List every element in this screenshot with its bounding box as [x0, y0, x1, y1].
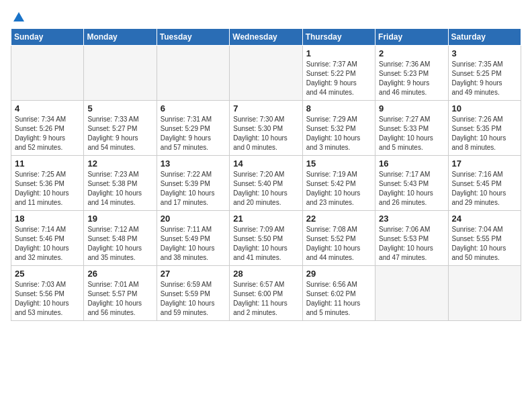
calendar-cell: 14Sunrise: 7:20 AM Sunset: 5:40 PM Dayli…	[230, 156, 302, 211]
calendar-cell: 17Sunrise: 7:16 AM Sunset: 5:45 PM Dayli…	[448, 156, 521, 211]
calendar-cell: 23Sunrise: 7:06 AM Sunset: 5:53 PM Dayli…	[375, 211, 448, 266]
day-number: 17	[452, 158, 517, 169]
header-saturday: Saturday	[448, 29, 521, 46]
day-content: Sunrise: 7:16 AM Sunset: 5:45 PM Dayligh…	[452, 170, 517, 208]
day-content: Sunrise: 7:22 AM Sunset: 5:39 PM Dayligh…	[161, 170, 226, 208]
day-number: 7	[233, 103, 298, 113]
svg-marker-0	[13, 12, 24, 21]
calendar-cell: 2Sunrise: 7:36 AM Sunset: 5:23 PM Daylig…	[375, 46, 448, 101]
calendar-header-row: SundayMondayTuesdayWednesdayThursdayFrid…	[11, 29, 521, 46]
day-number: 29	[306, 269, 371, 279]
day-content: Sunrise: 7:08 AM Sunset: 5:52 PM Dayligh…	[306, 225, 371, 263]
day-number: 14	[233, 158, 298, 169]
logo-icon	[12, 11, 26, 24]
header-monday: Monday	[84, 29, 157, 46]
calendar-cell: 5Sunrise: 7:33 AM Sunset: 5:27 PM Daylig…	[84, 101, 157, 156]
header-friday: Friday	[375, 29, 448, 46]
calendar-cell: 7Sunrise: 7:30 AM Sunset: 5:30 PM Daylig…	[230, 101, 302, 156]
day-number: 6	[161, 103, 226, 113]
calendar-cell: 24Sunrise: 7:04 AM Sunset: 5:55 PM Dayli…	[448, 211, 521, 266]
logo	[11, 11, 26, 20]
header-sunday: Sunday	[11, 29, 84, 46]
calendar-week-2: 4Sunrise: 7:34 AM Sunset: 5:26 PM Daylig…	[11, 101, 521, 156]
day-number: 24	[452, 214, 517, 224]
calendar-cell: 11Sunrise: 7:25 AM Sunset: 5:36 PM Dayli…	[11, 156, 84, 211]
calendar-cell: 28Sunrise: 6:57 AM Sunset: 6:00 PM Dayli…	[230, 266, 302, 321]
day-content: Sunrise: 7:34 AM Sunset: 5:26 PM Dayligh…	[15, 115, 80, 152]
calendar-cell	[375, 266, 448, 321]
day-content: Sunrise: 6:57 AM Sunset: 6:00 PM Dayligh…	[233, 280, 298, 318]
day-content: Sunrise: 7:30 AM Sunset: 5:30 PM Dayligh…	[233, 115, 298, 152]
day-content: Sunrise: 7:35 AM Sunset: 5:25 PM Dayligh…	[452, 60, 517, 97]
calendar-cell: 27Sunrise: 6:59 AM Sunset: 5:59 PM Dayli…	[157, 266, 229, 321]
day-number: 1	[306, 48, 371, 58]
day-content: Sunrise: 6:59 AM Sunset: 5:59 PM Dayligh…	[161, 280, 226, 318]
header-tuesday: Tuesday	[157, 29, 229, 46]
day-number: 4	[15, 103, 80, 113]
calendar-week-5: 25Sunrise: 7:03 AM Sunset: 5:56 PM Dayli…	[11, 266, 521, 321]
day-content: Sunrise: 7:31 AM Sunset: 5:29 PM Dayligh…	[161, 115, 226, 152]
calendar-cell: 9Sunrise: 7:27 AM Sunset: 5:33 PM Daylig…	[375, 101, 448, 156]
day-content: Sunrise: 7:26 AM Sunset: 5:35 PM Dayligh…	[452, 115, 517, 152]
calendar-cell: 6Sunrise: 7:31 AM Sunset: 5:29 PM Daylig…	[157, 101, 229, 156]
calendar-cell: 21Sunrise: 7:09 AM Sunset: 5:50 PM Dayli…	[230, 211, 302, 266]
day-number: 10	[452, 103, 517, 113]
calendar-cell: 1Sunrise: 7:37 AM Sunset: 5:22 PM Daylig…	[302, 46, 375, 101]
calendar-cell: 15Sunrise: 7:19 AM Sunset: 5:42 PM Dayli…	[302, 156, 375, 211]
day-number: 3	[452, 48, 517, 58]
calendar-cell	[11, 46, 84, 101]
day-content: Sunrise: 7:04 AM Sunset: 5:55 PM Dayligh…	[452, 225, 517, 263]
calendar-cell: 19Sunrise: 7:12 AM Sunset: 5:48 PM Dayli…	[84, 211, 157, 266]
calendar-week-1: 1Sunrise: 7:37 AM Sunset: 5:22 PM Daylig…	[11, 46, 521, 101]
day-content: Sunrise: 7:12 AM Sunset: 5:48 PM Dayligh…	[87, 225, 152, 263]
calendar-cell: 16Sunrise: 7:17 AM Sunset: 5:43 PM Dayli…	[375, 156, 448, 211]
day-number: 19	[87, 214, 152, 224]
calendar-cell: 29Sunrise: 6:56 AM Sunset: 6:02 PM Dayli…	[302, 266, 375, 321]
calendar-cell	[157, 46, 229, 101]
calendar-cell	[84, 46, 157, 101]
day-number: 15	[306, 158, 371, 169]
day-number: 23	[379, 214, 444, 224]
calendar-cell: 26Sunrise: 7:01 AM Sunset: 5:57 PM Dayli…	[84, 266, 157, 321]
day-content: Sunrise: 7:37 AM Sunset: 5:22 PM Dayligh…	[306, 60, 371, 97]
day-number: 22	[306, 214, 371, 224]
header-thursday: Thursday	[302, 29, 375, 46]
day-number: 21	[233, 214, 298, 224]
calendar-cell: 4Sunrise: 7:34 AM Sunset: 5:26 PM Daylig…	[11, 101, 84, 156]
calendar-cell	[230, 46, 302, 101]
day-number: 25	[15, 269, 80, 279]
day-content: Sunrise: 7:01 AM Sunset: 5:57 PM Dayligh…	[87, 280, 152, 318]
calendar-table: SundayMondayTuesdayWednesdayThursdayFrid…	[11, 28, 521, 321]
day-number: 2	[379, 48, 444, 58]
calendar-cell: 20Sunrise: 7:11 AM Sunset: 5:49 PM Dayli…	[157, 211, 229, 266]
calendar-week-3: 11Sunrise: 7:25 AM Sunset: 5:36 PM Dayli…	[11, 156, 521, 211]
day-number: 27	[161, 269, 226, 279]
calendar-cell: 12Sunrise: 7:23 AM Sunset: 5:38 PM Dayli…	[84, 156, 157, 211]
calendar-cell: 22Sunrise: 7:08 AM Sunset: 5:52 PM Dayli…	[302, 211, 375, 266]
calendar-cell: 3Sunrise: 7:35 AM Sunset: 5:25 PM Daylig…	[448, 46, 521, 101]
calendar-cell	[448, 266, 521, 321]
page-header	[11, 11, 521, 20]
day-content: Sunrise: 7:11 AM Sunset: 5:49 PM Dayligh…	[161, 225, 226, 263]
day-content: Sunrise: 7:14 AM Sunset: 5:46 PM Dayligh…	[15, 225, 80, 263]
day-content: Sunrise: 6:56 AM Sunset: 6:02 PM Dayligh…	[306, 280, 371, 318]
calendar-cell: 25Sunrise: 7:03 AM Sunset: 5:56 PM Dayli…	[11, 266, 84, 321]
day-content: Sunrise: 7:29 AM Sunset: 5:32 PM Dayligh…	[306, 115, 371, 152]
calendar-cell: 13Sunrise: 7:22 AM Sunset: 5:39 PM Dayli…	[157, 156, 229, 211]
calendar-week-4: 18Sunrise: 7:14 AM Sunset: 5:46 PM Dayli…	[11, 211, 521, 266]
day-content: Sunrise: 7:19 AM Sunset: 5:42 PM Dayligh…	[306, 170, 371, 208]
day-number: 8	[306, 103, 371, 113]
day-number: 13	[161, 158, 226, 169]
day-content: Sunrise: 7:27 AM Sunset: 5:33 PM Dayligh…	[379, 115, 444, 152]
day-number: 16	[379, 158, 444, 169]
calendar-cell: 10Sunrise: 7:26 AM Sunset: 5:35 PM Dayli…	[448, 101, 521, 156]
day-content: Sunrise: 7:23 AM Sunset: 5:38 PM Dayligh…	[87, 170, 152, 208]
day-content: Sunrise: 7:09 AM Sunset: 5:50 PM Dayligh…	[233, 225, 298, 263]
day-content: Sunrise: 7:25 AM Sunset: 5:36 PM Dayligh…	[15, 170, 80, 208]
day-content: Sunrise: 7:36 AM Sunset: 5:23 PM Dayligh…	[379, 60, 444, 97]
day-number: 26	[87, 269, 152, 279]
header-wednesday: Wednesday	[230, 29, 302, 46]
day-content: Sunrise: 7:06 AM Sunset: 5:53 PM Dayligh…	[379, 225, 444, 263]
day-number: 12	[87, 158, 152, 169]
day-number: 9	[379, 103, 444, 113]
